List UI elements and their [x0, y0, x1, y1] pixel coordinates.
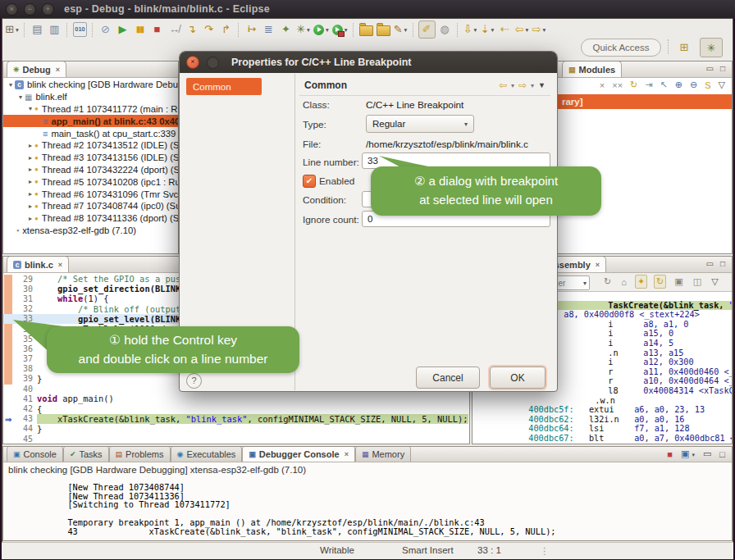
display-console-icon[interactable]: ▣ ▾ [681, 448, 695, 459]
maximize-view-icon[interactable]: □ [720, 259, 725, 268]
terminate-console-icon[interactable]: ■ [667, 449, 673, 459]
tab-debug[interactable]: ✳ Debug × [7, 61, 66, 77]
editor-line[interactable]: 45 [3, 434, 469, 444]
suspend-icon[interactable]: ▮▮ [132, 21, 148, 38]
line-number[interactable]: 39 [3, 374, 37, 383]
pin-view-icon[interactable]: ◫ [692, 275, 703, 288]
toolbar-icon[interactable] [353, 23, 354, 37]
remove-module-icon[interactable]: × [600, 80, 605, 90]
sidebar-item-common[interactable]: Common [186, 78, 262, 95]
expander-icon[interactable]: ▸ [26, 166, 34, 173]
zoom-in-icon[interactable]: ⊕ [675, 80, 682, 90]
new-view-icon[interactable]: ▣ [673, 275, 684, 288]
forward-icon[interactable]: ⇨ [518, 80, 527, 91]
debug-tree-row[interactable]: ▸ ● Thread #6 1073431096 (Tmr Svc) (S [3, 188, 178, 200]
console-tab[interactable]: ✔ Tasks [63, 446, 109, 462]
console-tab[interactable]: ▦ Memory [355, 446, 411, 462]
editor-line[interactable]: 42 { [3, 403, 469, 413]
select-pointer-icon[interactable]: ↖ [660, 80, 668, 90]
console-tab[interactable]: ▣ Console [7, 446, 63, 462]
dropdown-caret-icon[interactable]: ▾ [526, 26, 529, 34]
back-caret-icon[interactable]: ▾ [511, 82, 514, 89]
last-edit-location-icon[interactable]: ⇩ ▾ [463, 21, 478, 38]
toolbar-icon[interactable] [238, 23, 240, 37]
line-number[interactable]: 40 [3, 385, 37, 394]
minimize-view-icon[interactable]: ▭ [706, 259, 714, 268]
line-number[interactable]: 31 [3, 294, 37, 303]
dialog-titlebar[interactable]: × Properties for C/C++ Line Breakpoint [180, 52, 557, 73]
debug-tree-row[interactable]: ≡ main_task() at cpu_start.c:339 0x4 [3, 127, 178, 139]
console-tab[interactable]: ▣ Debugger Console × [242, 446, 355, 462]
dropdown-caret-icon[interactable]: ▾ [543, 26, 546, 34]
dropdown-caret-icon[interactable]: ▾ [326, 26, 329, 34]
open-project-icon[interactable] [376, 21, 391, 38]
dialog-menu-icon[interactable] [207, 57, 219, 69]
save-icon[interactable]: ▤ [30, 21, 45, 38]
minimize-view-icon[interactable]: ▭ [706, 64, 714, 73]
skip-breakpoints-icon[interactable]: ⊘ [98, 21, 113, 38]
refresh-icon[interactable]: ↻ [602, 275, 613, 288]
back-icon[interactable]: ⇦ ▾ [514, 21, 530, 38]
step-filters-icon[interactable]: ≣ [261, 21, 276, 38]
dropdown-caret-icon[interactable]: ▾ [404, 26, 408, 34]
line-number[interactable]: 41 [3, 394, 37, 403]
remove-all-modules-icon[interactable]: ×× [612, 80, 623, 90]
expander-icon[interactable]: ▸ [26, 178, 34, 185]
gears-icon[interactable]: ◍ [437, 21, 453, 38]
debug-tree-row[interactable]: ▸ ● Thread #4 1073432224 (dport) (Sus [3, 164, 178, 176]
enabled-checkbox[interactable]: ✔ [303, 175, 316, 188]
window-close-icon[interactable]: × [6, 3, 18, 16]
help-button[interactable]: ? [186, 373, 202, 389]
quick-access-button[interactable]: Quick Access [581, 39, 661, 57]
reload-symbols-icon[interactable]: ↻ [630, 80, 637, 90]
step-into-icon[interactable]: ↴ [184, 21, 199, 38]
expander-icon[interactable]: ▸ [26, 154, 34, 162]
follow-pc-icon[interactable]: ✦ [635, 275, 647, 289]
console-tab[interactable]: ◉ Executables [171, 446, 243, 462]
debug-tree-row[interactable]: ▸ ● Thread #3 1073413156 (IDLE) (Susp [3, 152, 178, 164]
back-history-icon[interactable]: ⇠ [497, 21, 513, 38]
new-wizard-icon[interactable]: ⊞ ▾ [4, 21, 20, 38]
disasm-menu-icon[interactable]: ▽ [710, 275, 719, 288]
dropdown-caret-icon[interactable]: ▾ [583, 280, 587, 287]
dropdown-caret-icon[interactable]: ▾ [345, 26, 348, 34]
window-titlebar[interactable]: × − + esp - Debug - blink/main/blink.c -… [0, 0, 735, 18]
line-number[interactable]: 45 [3, 435, 37, 444]
forward-caret-icon[interactable]: ▾ [531, 82, 534, 89]
dropdown-caret-icon[interactable]: ▾ [16, 26, 19, 34]
debug-tree-row[interactable]: ▪ xtensa-esp32-elf-gdb (7.10) [3, 225, 178, 237]
debug-perspective-icon[interactable]: ✳ [700, 38, 723, 57]
window-maximize-icon[interactable]: + [42, 3, 54, 16]
statusbar-grip[interactable]: ⋮ [540, 545, 550, 557]
line-number[interactable]: 30 [3, 285, 37, 294]
console-output[interactable]: [New Thread 1073408744] [New Thread 1073… [7, 478, 730, 539]
toolbar-icon[interactable] [92, 23, 94, 37]
debug-tree-row[interactable]: ≡ app_main() at blink.c:43 0x400dbc [3, 115, 178, 127]
back-icon[interactable]: ⇦ [499, 80, 507, 91]
expander-icon[interactable]: ▸ [26, 215, 34, 222]
modules-menu-icon[interactable]: ▽ [719, 80, 725, 90]
dropdown-caret-icon[interactable]: ▾ [692, 452, 695, 458]
goto-line-icon[interactable]: ⇣ ▾ [480, 21, 495, 38]
dropdown-caret-icon[interactable]: ▾ [474, 26, 477, 34]
maximize-panel-icon[interactable]: □ [719, 449, 725, 459]
debug-tree-row[interactable]: ▾ c blink checking [GDB Hardware Debug [3, 79, 178, 91]
dropdown-caret-icon[interactable]: ▾ [307, 26, 310, 34]
tab-blink-c[interactable]: c blink.c × [7, 256, 69, 272]
step-return-icon[interactable]: ↱ [218, 21, 234, 38]
debug-tree-row[interactable]: ▾ ● Thread #1 1073411772 (main : Runn [3, 103, 178, 116]
cancel-button[interactable]: Cancel [416, 367, 480, 389]
instruction-stepping-icon[interactable]: i⇢ [244, 21, 259, 38]
window-minimize-icon[interactable]: − [24, 3, 36, 16]
view-menu-icon[interactable]: ▼ [538, 81, 546, 89]
line-number[interactable]: 44 [3, 424, 37, 433]
console-tab[interactable]: ▤ Problems [109, 446, 171, 462]
line-number[interactable]: 38 [3, 364, 37, 373]
close-icon[interactable]: × [596, 261, 600, 269]
editor-line[interactable]: 44 } [3, 424, 469, 434]
goto-address-icon[interactable]: ⇥ [645, 80, 652, 90]
close-icon[interactable]: × [58, 261, 62, 269]
tab-modules[interactable]: ▤ Modules [562, 61, 622, 77]
debug-tree-row[interactable]: ▸ ● Thread #7 1073408744 (ipc0) (Susp [3, 200, 178, 212]
home-icon[interactable]: ⌂ [619, 276, 628, 288]
